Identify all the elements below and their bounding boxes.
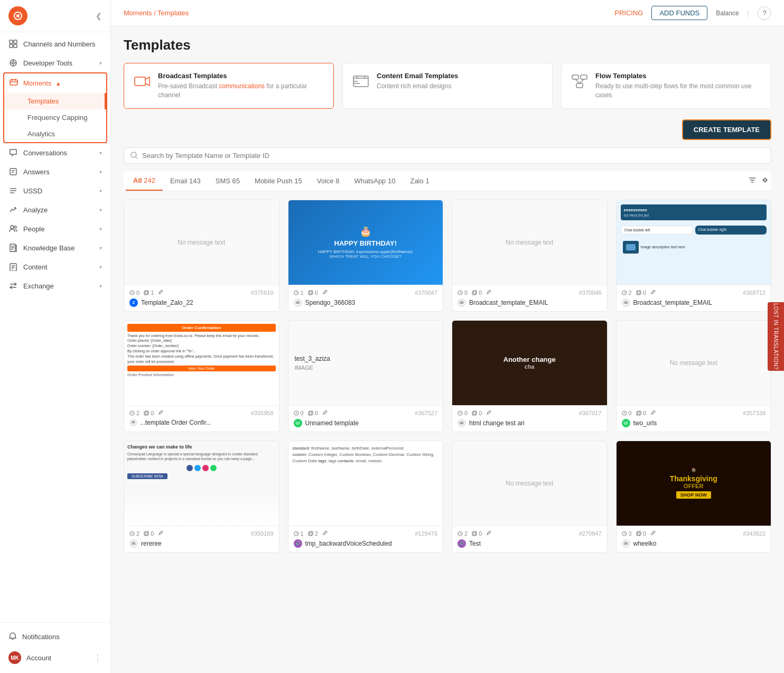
sidebar-item-ussd[interactable]: USSD ▾ <box>0 181 110 200</box>
sort-icon[interactable] <box>761 176 769 186</box>
svg-rect-35 <box>135 77 145 86</box>
answers-icon <box>8 167 18 176</box>
lost-in-translation-banner[interactable]: LOST IN TRANSLATION? <box>768 302 784 371</box>
analyze-chevron: ▾ <box>99 207 102 213</box>
balance-label: Balance <box>716 10 739 17</box>
sidebar-item-channels[interactable]: Channels and Numbers <box>0 34 110 53</box>
svg-point-24 <box>11 226 14 229</box>
exchange-chevron: ▾ <box>99 283 102 289</box>
tab-zalo[interactable]: Zalo 1 <box>403 172 436 190</box>
add-funds-button[interactable]: ADD FUNDS <box>651 6 707 20</box>
main-content: Moments / Templates PRICING ADD FUNDS Ba… <box>111 0 784 673</box>
template-card[interactable]: No message text 2 0 #270847 <box>452 441 608 553</box>
ussd-icon <box>8 186 18 195</box>
svg-rect-39 <box>576 83 583 88</box>
filter-icon[interactable] <box>748 176 757 186</box>
content-email-templates-card[interactable]: Content Email Templates Content rich ema… <box>342 63 553 109</box>
sidebar-sub-item-templates[interactable]: Templates <box>4 93 106 109</box>
search-icon <box>130 152 138 159</box>
svg-rect-5 <box>14 44 17 48</box>
broadcast-icon <box>133 72 152 91</box>
template-card[interactable]: Changes we can make to life Consequat La… <box>124 441 279 553</box>
flow-templates-card[interactable]: Flow Templates Ready to use multi-step f… <box>561 63 771 109</box>
search-input[interactable] <box>142 152 764 160</box>
content-chevron: ▾ <box>99 264 102 270</box>
developer-tools-chevron: ▾ <box>99 60 102 66</box>
template-card[interactable]: No message text 0 0 #370046 <box>452 200 608 312</box>
svg-rect-12 <box>10 80 17 85</box>
sidebar-item-analyze[interactable]: Analyze ▾ <box>0 200 110 219</box>
sidebar-moments-section: Moments ▴ Templates Frequency Capping An… <box>3 72 107 143</box>
knowledge-base-icon <box>8 243 18 253</box>
svg-rect-2 <box>10 40 13 43</box>
ussd-chevron: ▾ <box>99 188 102 194</box>
sidebar-item-account[interactable]: MK Account ⋮ <box>0 647 110 669</box>
tab-voice[interactable]: Voice 8 <box>310 172 347 190</box>
template-card[interactable]: No message text 0 1 #375610 <box>124 200 279 312</box>
sidebar-item-notifications[interactable]: Notifications <box>0 627 110 647</box>
template-card[interactable]: No message text 0 0 #357338 <box>616 320 772 432</box>
create-template-button[interactable]: CREATE TEMPLATE <box>682 119 771 140</box>
svg-rect-38 <box>581 75 587 79</box>
answers-chevron: ▾ <box>99 169 102 175</box>
svg-rect-16 <box>10 169 16 175</box>
sidebar-item-content[interactable]: Content ▾ <box>0 257 110 276</box>
sidebar-item-developer-tools[interactable]: Developer Tools ▾ <box>0 53 110 72</box>
template-card[interactable]: Order Confirmation Thank you for orderin… <box>124 320 279 432</box>
page-title: Templates <box>124 37 771 53</box>
people-chevron: ▾ <box>99 226 102 232</box>
sidebar-item-conversations[interactable]: Conversations ▾ <box>0 143 110 162</box>
account-more-icon: ⋮ <box>94 653 102 663</box>
app-logo[interactable] <box>8 6 27 25</box>
pricing-link[interactable]: PRICING <box>614 9 643 17</box>
template-card[interactable]: eeeeeeeeee lsd hksd jhs jkd Chat bubble … <box>616 200 772 312</box>
svg-point-7 <box>12 62 14 64</box>
tab-whatsapp[interactable]: WhatsApp 10 <box>347 172 403 190</box>
topbar: Moments / Templates PRICING ADD FUNDS Ba… <box>111 0 784 26</box>
template-card[interactable]: 🎂 HAPPY BIRTHDAY! HAPPY BIRTHDAY, expres… <box>288 200 444 312</box>
svg-line-43 <box>136 157 137 158</box>
svg-point-1 <box>16 14 20 17</box>
page-content: Templates Broadcast Templates Pre-saved … <box>111 26 784 673</box>
tab-email[interactable]: Email 143 <box>163 172 208 190</box>
svg-line-41 <box>580 79 584 83</box>
user-avatar: MK <box>8 651 21 664</box>
analyze-icon <box>8 205 18 214</box>
sidebar-item-knowledge-base[interactable]: Knowledge Base ▾ <box>0 238 110 257</box>
action-row: CREATE TEMPLATE <box>124 119 771 140</box>
svg-point-25 <box>14 226 16 228</box>
sidebar-item-moments[interactable]: Moments ▴ <box>4 73 106 93</box>
conversations-icon <box>8 148 18 157</box>
search-bar <box>124 147 771 164</box>
sidebar-collapse-button[interactable]: ❮ <box>96 12 102 20</box>
template-card[interactable]: Another change cha 0 0 <box>452 320 608 432</box>
sidebar-nav: Channels and Numbers Developer Tools ▾ M… <box>0 32 110 297</box>
sidebar-sub-item-frequency-capping[interactable]: Frequency Capping <box>4 109 106 126</box>
svg-rect-37 <box>572 75 578 79</box>
svg-rect-3 <box>14 40 17 43</box>
broadcast-templates-card[interactable]: Broadcast Templates Pre-saved Broadcast … <box>124 63 334 109</box>
knowledge-base-chevron: ▾ <box>99 245 102 251</box>
sidebar-item-exchange[interactable]: Exchange ▾ <box>0 276 110 295</box>
notifications-icon <box>8 632 17 642</box>
svg-line-40 <box>575 79 580 83</box>
breadcrumb: Moments / Templates <box>124 9 189 17</box>
template-card[interactable]: test_3_aziza IMAGE 0 0 <box>288 320 444 432</box>
tab-all[interactable]: All 242 <box>126 171 163 191</box>
moments-icon <box>10 78 18 88</box>
exchange-icon <box>8 281 18 291</box>
channels-icon <box>8 39 18 49</box>
sidebar-item-people[interactable]: People ▾ <box>0 219 110 238</box>
conversations-chevron: ▾ <box>99 150 102 156</box>
svg-point-42 <box>131 152 136 157</box>
help-button[interactable]: ? <box>758 6 771 20</box>
tab-sms[interactable]: SMS 65 <box>208 172 247 190</box>
sidebar-logo: ❮ <box>0 0 110 32</box>
sidebar-item-answers[interactable]: Answers ▾ <box>0 162 110 181</box>
people-icon <box>8 224 18 233</box>
svg-rect-4 <box>10 44 13 48</box>
template-card[interactable]: 🏠 Thanksgiving OFFER SHOP NOW 3 <box>616 441 772 553</box>
tab-mobile-push[interactable]: Mobile Push 15 <box>247 172 310 190</box>
sidebar-sub-item-analytics[interactable]: Analytics <box>4 126 106 142</box>
template-card[interactable]: standard: firstName, lastName, birthDate… <box>288 441 444 553</box>
